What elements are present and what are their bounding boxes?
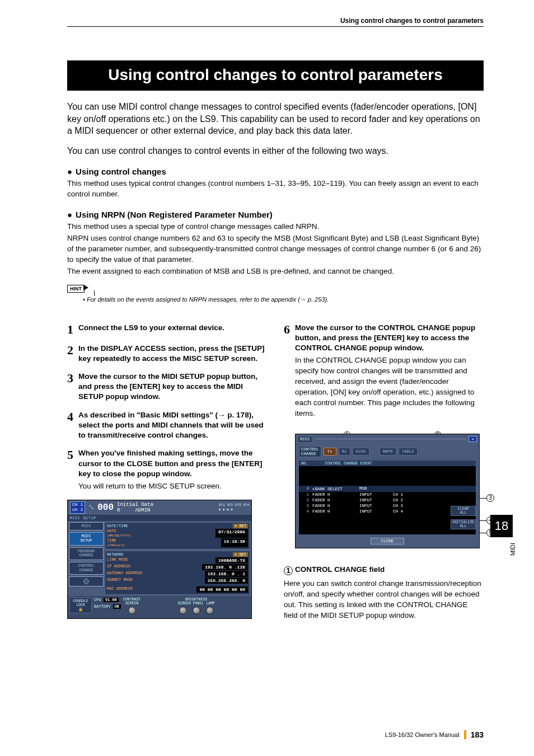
step-number: 3 <box>67 372 78 384</box>
callout-3: 3 <box>486 494 494 502</box>
page-number: 183 <box>471 730 484 739</box>
console-lock-button[interactable]: CONSOLE LOCK 🔒 <box>69 598 92 613</box>
table-row[interactable]: 0▸BANK SELECTMSB <box>299 486 476 492</box>
network-set-button[interactable]: ▾ SET <box>233 552 248 557</box>
step-4: 4 As described in "Basic MIDI settings" … <box>67 410 267 441</box>
step-subtext: In the CONTROL CHANGE popup window you c… <box>295 355 484 419</box>
hint-text: • For details on the events assigned to … <box>83 296 484 303</box>
table-button[interactable]: TABLE <box>399 448 418 456</box>
section-nrpn-p2: NRPN uses control change numbers 62 and … <box>67 233 484 265</box>
step-number: 6 <box>284 323 295 336</box>
section-nrpn-p1: This method uses a special type of contr… <box>67 222 484 232</box>
tx-button[interactable]: Tx <box>324 448 336 456</box>
control-change-button[interactable]: CONTROL CHANGE <box>69 562 104 575</box>
table-row[interactable]: 1FADER HINPUTCH 1 <box>299 492 476 497</box>
control-change-popup: MIDI × CONTROL CHANGE Tx Rx ECHO NRPN TA… <box>295 434 480 549</box>
field-1-body: Here you can switch control change trans… <box>284 579 484 621</box>
intro-paragraph-2: You can use control changes to control e… <box>67 145 484 157</box>
table-body: 0▸BANK SELECTMSB 1FADER HINPUTCH 1 2FADE… <box>299 485 476 534</box>
mac-value: 00 00 00 00 00 00 <box>196 586 248 593</box>
midi-setup-button[interactable]: MIDI SETUP <box>69 532 104 545</box>
channel-indicator: CH 1ch 1 <box>70 501 85 514</box>
clear-all-button[interactable]: CLEAR ALL <box>451 506 476 516</box>
step-subtext: You will return to the MISC SETUP screen… <box>78 481 267 492</box>
section-control-changes-body: This method uses typical control changes… <box>67 179 484 200</box>
table-row[interactable]: 3FADER HINPUTCH 3 <box>299 503 476 509</box>
section-nrpn: Using NRPN (Non Registered Parameter Num… <box>67 210 484 219</box>
datetime-set-button[interactable]: ▾ SET <box>233 524 248 528</box>
close-icon[interactable]: × <box>469 436 477 442</box>
step-text: In the DISPLAY ACCESS section, press the… <box>78 344 267 364</box>
control-change-field-label: CONTROL CHANGE <box>299 446 321 458</box>
screen-tab: MISC SETUP <box>68 515 251 521</box>
step-text: Connect the LS9 to your external device. <box>78 323 224 333</box>
step-text: As described in "Basic MIDI settings" (→… <box>78 410 267 441</box>
table-row[interactable]: 2FADER HINPUTCH 2 <box>299 497 476 503</box>
program-change-button[interactable]: PROGRAM CHANGE <box>69 547 104 560</box>
step-number: 2 <box>67 344 78 356</box>
step-6: 6 Move the cursor to the CONTROL CHANGE … <box>284 323 484 419</box>
midi-label: MIDI <box>298 436 312 443</box>
network-panel: NETWORK ▾ SET LINK MODE100BASE-TX IP ADD… <box>105 551 250 595</box>
callout-1-label: 1 <box>284 566 293 575</box>
wrench-icon: 🔧 <box>88 505 94 510</box>
footer-owner: LS9-16/32 Owner's Manual <box>385 731 460 738</box>
section-nrpn-p3: The event assigned to each combination o… <box>67 266 484 277</box>
step-text: Move the cursor to the CONTROL CHANGE po… <box>295 323 484 419</box>
page-title: Using control changes to control paramet… <box>67 60 484 91</box>
gateway-value[interactable]: 192.168. 0 . 1 <box>205 571 248 577</box>
step-2: 2 In the DISPLAY ACCESS section, press t… <box>67 344 267 364</box>
misc-setup-screenshot: CH 1ch 1 🔧 000 Initial Data R ADMIN ST1 … <box>67 500 252 619</box>
nrpn-button[interactable]: NRPN <box>380 448 396 456</box>
subnet-value[interactable]: 255.255.255. 0 <box>205 577 248 584</box>
cpu-version: V1.00 <box>104 598 119 602</box>
scene-title: Initial Data R ADMIN <box>117 502 153 513</box>
step-number: 4 <box>67 411 78 423</box>
lock-icon: 🔒 <box>78 608 83 612</box>
step-number: 1 <box>67 323 78 336</box>
chapter-label: MIDI <box>509 543 516 556</box>
datetime-panel: DATE/TIME ▾ SET DATE(MM/DD/YYYY) 07/31/2… <box>105 522 250 550</box>
ip-value[interactable]: 192.168. 0 .128 <box>202 564 248 570</box>
hint-tag-row: HINT <box>67 283 484 293</box>
step-text: Move the cursor to the MIDI SETUP popup … <box>78 372 267 402</box>
brightness-screen-knob[interactable] <box>179 607 187 614</box>
step-5: 5 When you've finished making settings, … <box>67 448 267 492</box>
brightness-lamp-knob[interactable] <box>206 607 214 614</box>
time-value[interactable]: 16:10:30 <box>221 538 248 547</box>
step-text: When you've finished making settings, mo… <box>78 448 267 492</box>
word-clock-button[interactable] <box>69 576 104 586</box>
echo-button[interactable]: ECHO <box>353 448 369 456</box>
table-header: NO. CONTROL CHANGE EVENT <box>299 461 476 466</box>
contrast-knob[interactable] <box>128 607 136 614</box>
st-indicators: ST1 ST2 ST3 ST4 ◐ ◐ ◐ ◐ <box>219 503 249 511</box>
footer: LS9-16/32 Owner's Manual 183 <box>385 730 484 739</box>
midi-label: MIDI <box>69 522 104 531</box>
running-head: Using control changes to control paramet… <box>67 17 484 27</box>
chapter-tab: 18 <box>490 515 513 537</box>
step-3: 3 Move the cursor to the MIDI SETUP popu… <box>67 372 267 402</box>
intro-paragraph-1: You can use MIDI control change messages… <box>67 101 484 137</box>
globe-icon <box>83 578 90 585</box>
close-button[interactable]: CLOSE <box>371 538 404 544</box>
field-1-heading: 1CONTROL CHANGE field <box>284 565 484 575</box>
hint-label: HINT <box>67 285 85 293</box>
link-mode-value[interactable]: 100BASE-TX <box>216 557 248 564</box>
battery-status: OK <box>113 604 121 609</box>
step-1: 1 Connect the LS9 to your external devic… <box>67 323 267 336</box>
section-control-changes: Using control changes <box>67 167 484 176</box>
table-row[interactable]: 4FADER HINPUTCH 4 <box>299 509 476 514</box>
date-value[interactable]: 07/31/2006 <box>216 529 248 538</box>
footer-bar-icon <box>464 730 466 739</box>
brightness-panel-knob[interactable] <box>193 607 200 614</box>
rx-button[interactable]: Rx <box>339 448 350 456</box>
scene-number: 000 <box>97 503 114 513</box>
initialize-all-button[interactable]: INITIALIZE ALL <box>451 519 476 529</box>
step-number: 5 <box>67 449 78 461</box>
